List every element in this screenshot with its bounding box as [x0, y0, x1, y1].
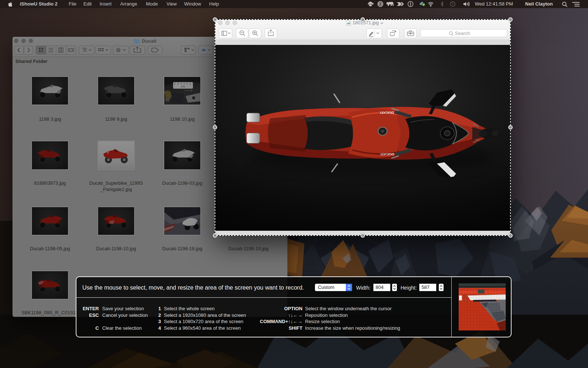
svg-text:270: 270: [181, 85, 185, 88]
svg-text:Z: Z: [379, 2, 382, 6]
